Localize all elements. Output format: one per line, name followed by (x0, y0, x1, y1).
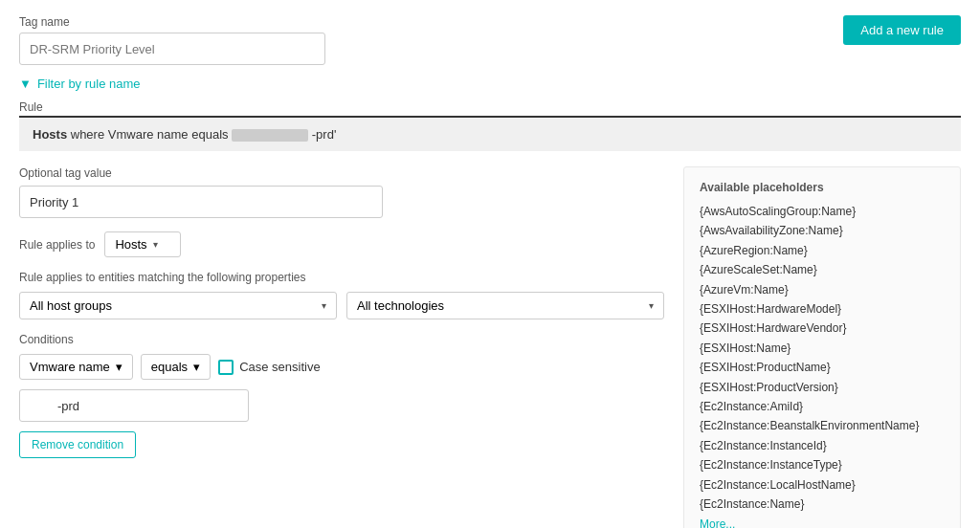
page-wrapper: Tag name Add a new rule ▼ Filter by rule… (0, 0, 980, 528)
condition-field-dropdown[interactable]: Vmware name ▾ (19, 354, 133, 380)
list-item: {ESXIHost:ProductName} (700, 358, 945, 377)
condition-op-value: equals (151, 360, 188, 374)
list-item: {Ec2Instance:InstanceId} (700, 436, 945, 455)
rule-applies-label: Rule applies to (19, 238, 95, 252)
dropdowns-row: All host groups ▾ All technologies ▾ (19, 292, 664, 319)
placeholders-panel: Available placeholders {AwsAutoScalingGr… (683, 166, 961, 528)
optional-tag-label: Optional tag value (19, 166, 664, 180)
list-item: {AzureVm:Name} (700, 280, 945, 299)
add-rule-button[interactable]: Add a new rule (843, 15, 961, 45)
optional-tag-input[interactable] (19, 186, 383, 218)
remove-condition-button[interactable]: Remove condition (19, 431, 136, 458)
rule-bar-where: where (71, 127, 108, 142)
chevron-down-icon-3: ▾ (649, 300, 654, 311)
placeholder-list: {AwsAutoScalingGroup:Name} {AwsAvailabil… (700, 202, 945, 514)
conditions-label: Conditions (19, 333, 664, 346)
list-item: {AzureRegion:Name} (700, 241, 945, 260)
chevron-down-icon: ▾ (153, 239, 158, 250)
filter-icon: ▼ (19, 77, 32, 91)
conditions-row: Vmware name ▾ equals ▾ Case sensitive (19, 354, 664, 380)
list-item: {AzureScaleSet:Name} (700, 260, 945, 279)
case-sensitive-wrapper: Case sensitive (218, 360, 321, 375)
list-item: {Ec2Instance:LocalHostName} (700, 475, 945, 495)
condition-value-input[interactable] (19, 389, 249, 422)
rule-applies-row: Rule applies to Hosts ▾ (19, 231, 664, 257)
rule-applies-value: Hosts (115, 237, 146, 252)
rule-applies-dropdown[interactable]: Hosts ▾ (104, 231, 181, 257)
rule-bar-redacted (232, 129, 308, 142)
tag-name-section: Tag name (19, 15, 843, 65)
list-item: {ESXIHost:HardwareVendor} (700, 319, 945, 338)
entities-label: Rule applies to entities matching the fo… (19, 271, 664, 284)
rule-bar-op-val: equals (191, 127, 228, 142)
condition-value-row (19, 389, 664, 422)
chevron-down-icon-4: ▾ (116, 360, 122, 374)
list-item: {ESXIHost:HardwareModel} (700, 299, 945, 319)
left-column: Optional tag value Rule applies to Hosts… (19, 166, 664, 528)
host-groups-dropdown[interactable]: All host groups ▾ (19, 292, 337, 319)
case-sensitive-checkbox[interactable] (218, 360, 234, 375)
technologies-value: All technologies (357, 298, 444, 313)
tag-name-label: Tag name (19, 15, 843, 29)
case-sensitive-label: Case sensitive (239, 360, 321, 374)
list-item: {Ec2Instance:InstanceType} (700, 455, 945, 474)
filter-label: Filter by rule name (37, 77, 141, 91)
optional-tag-group: Optional tag value (19, 166, 664, 218)
list-item: {ESXIHost:ProductVersion} (700, 378, 945, 397)
host-groups-value: All host groups (30, 298, 112, 313)
list-item: {Ec2Instance:Name} (700, 495, 945, 514)
two-column-layout: Optional tag value Rule applies to Hosts… (19, 166, 961, 528)
list-item: {ESXIHost:Name} (700, 339, 945, 358)
technologies-dropdown[interactable]: All technologies ▾ (346, 292, 664, 319)
tag-name-input[interactable] (19, 33, 325, 65)
rule-bar-field: Vmware name (108, 127, 189, 142)
rule-bar-entity: Hosts (33, 127, 67, 142)
more-placeholders-link[interactable]: More... (700, 517, 945, 528)
list-item: {AwsAutoScalingGroup:Name} (700, 202, 945, 221)
chevron-down-icon-5: ▾ (193, 360, 200, 374)
list-item: {Ec2Instance:BeanstalkEnvironmentName} (700, 416, 945, 435)
condition-field-value: Vmware name (30, 360, 110, 374)
header-row: Tag name Add a new rule (19, 15, 961, 65)
rule-bar: Hosts where Vmware name equals -prd' (19, 116, 961, 151)
chevron-down-icon-2: ▾ (322, 300, 326, 311)
condition-op-dropdown[interactable]: equals ▾ (141, 354, 211, 380)
list-item: {Ec2Instance:AmiId} (700, 397, 945, 416)
rule-label: Rule (19, 100, 961, 114)
placeholders-title: Available placeholders (700, 181, 945, 194)
rule-bar-suffix: -prd' (312, 127, 337, 142)
list-item: {AwsAvailabilityZone:Name} (700, 221, 945, 240)
filter-row[interactable]: ▼ Filter by rule name (19, 77, 961, 91)
